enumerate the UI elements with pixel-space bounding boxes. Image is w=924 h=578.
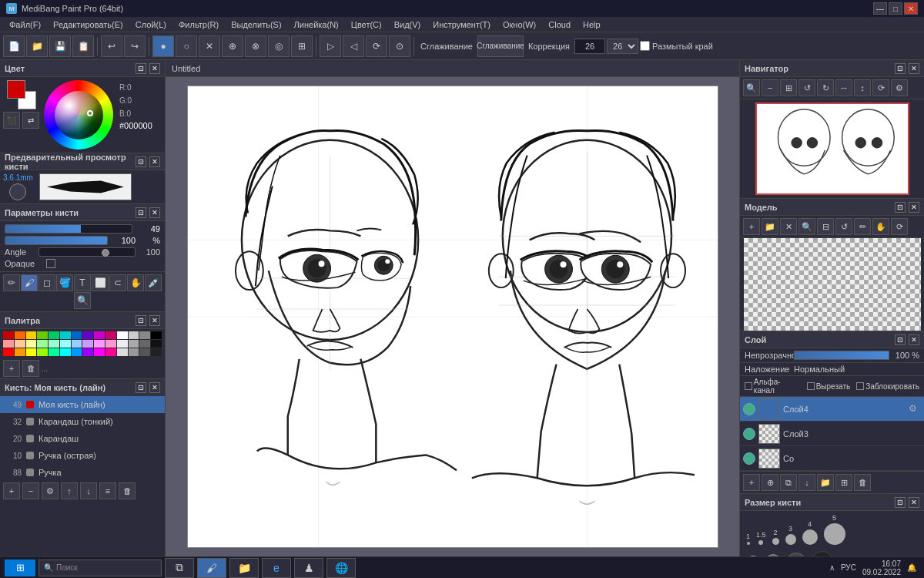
correction-input[interactable] xyxy=(574,39,605,54)
lt-merge[interactable]: ⊞ xyxy=(835,474,852,491)
taskbar-app-edge[interactable]: e xyxy=(262,558,291,578)
tool-select-lasso[interactable]: ⊂ xyxy=(109,274,126,291)
palette-color-36[interactable] xyxy=(94,348,105,356)
bsr-close[interactable]: ✕ xyxy=(909,497,919,508)
toolbar-save2[interactable]: 📋 xyxy=(72,35,94,57)
palette-color-9[interactable] xyxy=(105,331,116,339)
tool-text[interactable]: T xyxy=(74,274,91,291)
notification-icon[interactable]: 🔔 xyxy=(907,563,916,572)
toolbar-b4[interactable]: ⊕ xyxy=(222,35,243,57)
color-fg-swatch[interactable] xyxy=(7,80,25,99)
layer-item-co[interactable]: Co xyxy=(740,446,924,471)
palette-color-40[interactable] xyxy=(139,348,150,356)
taskbar-app-medibang[interactable]: 🖌 xyxy=(197,558,226,578)
palette-color-12[interactable] xyxy=(139,331,150,339)
palette-color-5[interactable] xyxy=(60,331,71,339)
bp-expand[interactable]: ⊡ xyxy=(136,156,146,167)
bsr-dot-6[interactable] xyxy=(824,523,845,545)
toolbar-open[interactable]: 📁 xyxy=(26,35,48,57)
color-panel-close[interactable]: ✕ xyxy=(149,63,160,74)
palette-color-31[interactable] xyxy=(37,348,48,356)
model-folder[interactable]: 📁 xyxy=(762,218,778,235)
palette-more[interactable]: ... xyxy=(42,365,48,373)
palette-color-24[interactable] xyxy=(117,340,128,348)
taskbar-app-steam[interactable]: ♟ xyxy=(294,558,323,578)
opacity-slider[interactable] xyxy=(5,236,108,245)
toolbar-new[interactable]: 📄 xyxy=(3,35,25,57)
smoothing-toggle[interactable]: Сглаживание xyxy=(477,35,524,57)
model-zoom-in[interactable]: 🔍 xyxy=(798,218,815,235)
layer-vis-3[interactable] xyxy=(743,428,755,440)
menu-ruler[interactable]: Линейка(N) xyxy=(288,18,345,31)
palette-color-2[interactable] xyxy=(26,331,37,339)
brush-item-3[interactable]: 10Ручка (острая) xyxy=(0,447,165,464)
color-wheel[interactable] xyxy=(44,80,113,150)
menu-cloud[interactable]: Cloud xyxy=(542,18,577,31)
color-swap-btn[interactable]: ⇄ xyxy=(22,112,39,129)
layer-blend-value[interactable]: Нормальный xyxy=(794,365,845,374)
angle-slider[interactable] xyxy=(38,247,136,257)
bpp-close[interactable]: ✕ xyxy=(149,207,160,218)
palette-del[interactable]: 🗑 xyxy=(22,360,39,377)
palette-color-22[interactable] xyxy=(94,340,105,348)
bsr-dot-4[interactable] xyxy=(785,534,796,545)
maximize-button[interactable]: □ xyxy=(889,2,902,15)
size-slider[interactable] xyxy=(5,224,132,234)
palette-color-29[interactable] xyxy=(15,348,25,356)
bl-more3[interactable]: ≡ xyxy=(99,482,116,499)
palette-color-23[interactable] xyxy=(105,340,116,348)
bsr-dot-2[interactable] xyxy=(758,540,763,545)
tool-eyedrop[interactable]: 💉 xyxy=(145,274,162,291)
bsr-dot-5[interactable] xyxy=(802,529,818,545)
palette-color-7[interactable] xyxy=(82,331,93,339)
lt-del[interactable]: 🗑 xyxy=(854,474,871,491)
color-panel-expand[interactable]: ⊡ xyxy=(136,63,146,74)
palette-color-39[interactable] xyxy=(129,348,139,356)
layer-close[interactable]: ✕ xyxy=(909,334,919,345)
bl-close[interactable]: ✕ xyxy=(149,382,160,393)
palette-color-33[interactable] xyxy=(60,348,71,356)
model-expand[interactable]: ⊡ xyxy=(895,202,906,213)
palette-color-27[interactable] xyxy=(151,340,162,348)
bsr-expand[interactable]: ⊡ xyxy=(895,497,906,508)
toolbar-save[interactable]: 💾 xyxy=(49,35,71,57)
palette-color-8[interactable] xyxy=(94,331,105,339)
nav-expand[interactable]: ⊡ xyxy=(895,63,906,74)
menu-select[interactable]: Выделить(S) xyxy=(225,18,287,31)
toolbar-b11[interactable]: ⊙ xyxy=(389,35,410,57)
nav-flip-v[interactable]: ↕ xyxy=(854,79,871,96)
correction-select[interactable]: 26 xyxy=(607,39,638,54)
tool-eraser[interactable]: ◻ xyxy=(38,274,55,291)
bl-add[interactable]: + xyxy=(3,482,20,499)
model-rotate-l[interactable]: ↺ xyxy=(835,218,852,235)
palette-color-37[interactable] xyxy=(105,348,116,356)
bl-del[interactable]: − xyxy=(22,482,39,499)
palette-color-28[interactable] xyxy=(3,348,14,356)
toolbar-redo[interactable]: ↪ xyxy=(124,35,146,57)
nav-rotate-left[interactable]: ↺ xyxy=(798,79,815,96)
color-fg-bg[interactable] xyxy=(7,80,36,109)
lock-checkbox[interactable] xyxy=(856,382,864,390)
pal-expand[interactable]: ⊡ xyxy=(136,315,146,326)
tool-move[interactable]: ✋ xyxy=(127,274,144,291)
start-button[interactable]: ⊞ xyxy=(5,560,35,576)
brush-item-2[interactable]: 20Карандаш xyxy=(0,430,165,447)
canvas-content[interactable] xyxy=(166,77,739,556)
taskbar-view-btn[interactable]: ⧉ xyxy=(165,558,194,578)
model-add[interactable]: + xyxy=(743,218,760,235)
layer-expand[interactable]: ⊡ xyxy=(895,334,906,345)
minimize-button[interactable]: — xyxy=(873,2,887,15)
brush-item-1[interactable]: 32Карандаш (тонкий) xyxy=(0,413,165,430)
palette-color-6[interactable] xyxy=(72,331,82,339)
brush-item-4[interactable]: 88Ручка xyxy=(0,464,165,481)
palette-color-0[interactable] xyxy=(3,331,14,339)
palette-color-41[interactable] xyxy=(151,348,162,356)
bl-del2[interactable]: 🗑 xyxy=(119,482,136,499)
tool-brush[interactable]: 🖌 xyxy=(21,274,38,291)
menu-filter[interactable]: Фильтр(R) xyxy=(172,18,225,31)
palette-color-14[interactable] xyxy=(3,340,14,348)
opaque-checkbox[interactable] xyxy=(46,259,55,268)
layer-opacity-track[interactable] xyxy=(794,351,889,360)
color-wheel-area[interactable] xyxy=(44,80,113,150)
lt-new[interactable]: + xyxy=(743,474,760,491)
